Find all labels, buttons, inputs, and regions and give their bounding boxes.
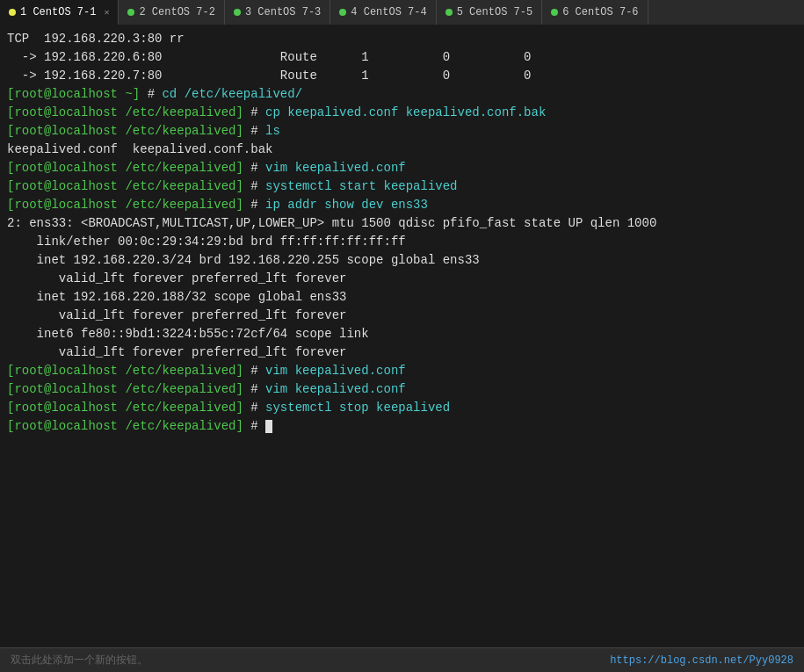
prompt-command: cp keepalived.conf keepalived.conf.bak [258,105,547,119]
prompt-hash: # [243,179,258,193]
terminal-line: [root@localhost /etc/keepalived] # cp ke… [7,104,797,122]
prompt-command [258,419,265,433]
prompt-hash: # [140,87,155,101]
prompt-user: [root@localhost /etc/keepalived] [7,161,243,175]
prompt-user: [root@localhost /etc/keepalived] [7,179,243,193]
prompt-command: vim keepalived.conf [258,161,406,175]
prompt-user: [root@localhost /etc/keepalived] [7,401,243,415]
terminal[interactable]: TCP 192.168.220.3:80 rr -> 192.168.220.6… [0,25,804,647]
tab-1[interactable]: 1 CentOS 7-1✕ [0,0,119,25]
terminal-cursor [265,420,272,433]
prompt-hash: # [243,419,258,433]
prompt-user: [root@localhost /etc/keepalived] [7,364,243,378]
tab-dot-6 [551,9,558,16]
tab-dot-3 [234,9,241,16]
terminal-line: inet 192.168.220.188/32 scope global ens… [7,288,797,307]
prompt-hash: # [243,364,258,378]
prompt-user: [root@localhost /etc/keepalived] [7,105,243,119]
prompt-command: vim keepalived.conf [258,364,406,378]
terminal-line: valid_lft forever preferred_lft forever [7,307,797,325]
tab-label-3: 3 CentOS 7-3 [245,6,321,18]
terminal-line: valid_lft forever preferred_lft forever [7,270,797,288]
prompt-user: [root@localhost /etc/keepalived] [7,198,243,212]
terminal-line: [root@localhost /etc/keepalived] # syste… [7,177,797,196]
prompt-user: [root@localhost /etc/keepalived] [7,124,243,138]
tab-dot-4 [339,9,346,16]
prompt-hash: # [243,161,258,175]
prompt-user: [root@localhost /etc/keepalived] [7,419,243,433]
terminal-line: inet 192.168.220.3/24 brd 192.168.220.25… [7,251,797,270]
prompt-hash: # [243,105,258,119]
prompt-command: systemctl stop keepalived [258,401,450,415]
tab-label-1: 1 CentOS 7-1 [20,6,96,18]
terminal-line: [root@localhost /etc/keepalived] # vim k… [7,380,797,399]
tab-label-2: 2 CentOS 7-2 [139,6,214,18]
terminal-line: keepalived.conf keepalived.conf.bak [7,141,797,159]
tab-dot-2 [127,9,134,16]
terminal-line: TCP 192.168.220.3:80 rr [7,30,797,48]
tab-dot-1 [9,9,16,16]
prompt-user: [root@localhost ~] [7,87,140,101]
prompt-command: systemctl start keepalived [258,179,458,193]
prompt-command: cd /etc/keepalived/ [155,87,302,101]
prompt-command: ip addr show dev ens33 [258,198,428,212]
terminal-line: 2: ens33: <BROADCAST,MULTICAST,UP,LOWER_… [7,214,797,233]
prompt-hash: # [243,382,258,396]
bottom-bar: 双击此处添加一个新的按钮。 https://blog.csdn.net/Pyy0… [0,647,804,672]
terminal-line: -> 192.168.220.6:80 Route 1 0 0 [7,48,797,67]
tab-6[interactable]: 6 CentOS 7-6 [542,0,648,25]
prompt-command: ls [258,124,280,138]
tab-dot-5 [445,9,453,16]
tab-bar: 1 CentOS 7-1✕2 CentOS 7-23 CentOS 7-34 C… [0,0,804,25]
tab-label-6: 6 CentOS 7-6 [562,6,638,18]
tab-label-4: 4 CentOS 7-4 [351,6,426,18]
bottom-right-text: https://blog.csdn.net/Pyy0928 [610,654,793,667]
tab-close-1[interactable]: ✕ [104,7,109,18]
prompt-hash: # [243,401,258,415]
terminal-line: [root@localhost /etc/keepalived] # syste… [7,399,797,417]
terminal-line: [root@localhost /etc/keepalived] # vim k… [7,159,797,177]
terminal-line: valid_lft forever preferred_lft forever [7,343,797,362]
tab-label-5: 5 CentOS 7-5 [457,6,532,18]
terminal-line: -> 192.168.220.7:80 Route 1 0 0 [7,67,797,85]
prompt-user: [root@localhost /etc/keepalived] [7,382,243,396]
terminal-line: [root@localhost /etc/keepalived] # [7,417,797,436]
tab-5[interactable]: 5 CentOS 7-5 [437,0,542,25]
prompt-command: vim keepalived.conf [258,382,406,396]
terminal-line: inet6 fe80::9bd1:3224:b55c:72cf/64 scope… [7,325,797,343]
tab-3[interactable]: 3 CentOS 7-3 [225,0,330,25]
prompt-hash: # [243,124,258,138]
terminal-line: link/ether 00:0c:29:34:29:bd brd ff:ff:f… [7,233,797,251]
prompt-hash: # [243,198,258,212]
terminal-line: [root@localhost ~] # cd /etc/keepalived/ [7,85,797,104]
tab-4[interactable]: 4 CentOS 7-4 [330,0,436,25]
terminal-line: [root@localhost /etc/keepalived] # ls [7,122,797,141]
terminal-line: [root@localhost /etc/keepalived] # ip ad… [7,196,797,214]
tab-2[interactable]: 2 CentOS 7-2 [119,0,224,25]
bottom-left-text: 双击此处添加一个新的按钮。 [11,653,148,668]
terminal-line: [root@localhost /etc/keepalived] # vim k… [7,362,797,380]
